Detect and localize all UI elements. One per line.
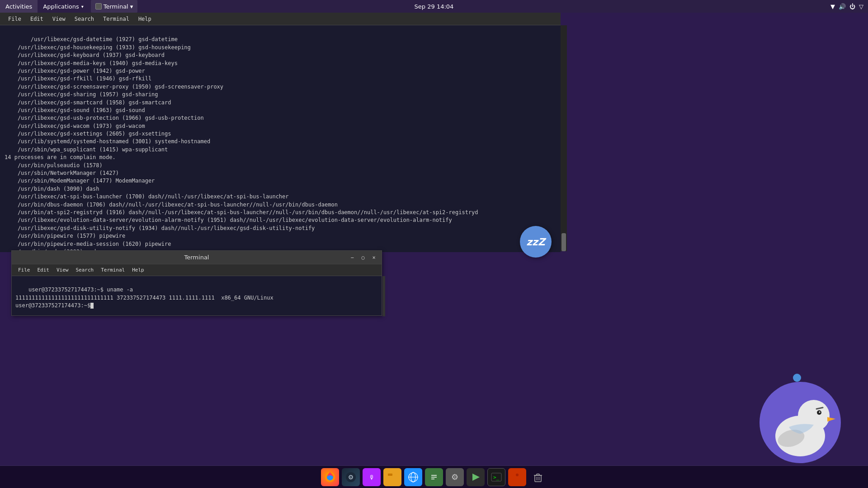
- main-menu-edit[interactable]: Edit: [26, 13, 48, 25]
- main-terminal-content: /usr/libexec/gsd-datetime (1927) gsd-dat…: [0, 25, 561, 252]
- second-terminal-text: user@372337527174473:~$ uname -a 1111111…: [15, 286, 274, 309]
- terminal-tab-arrow-icon: ▾: [130, 3, 133, 10]
- taskbar: ⚙ 🎙 ⚙: [0, 465, 868, 488]
- volume-icon: 🔊: [839, 3, 846, 10]
- svg-line-29: [520, 474, 522, 476]
- activities-button[interactable]: Activities: [0, 0, 38, 13]
- svg-text:⚙: ⚙: [451, 472, 458, 482]
- bug-icon[interactable]: [508, 468, 526, 486]
- topbar-datetime: Sep 29 14:04: [415, 3, 454, 10]
- second-terminal-inner-scrollbar[interactable]: [382, 276, 385, 316]
- applications-arrow-icon: ▾: [81, 4, 84, 9]
- svg-text:>_: >_: [493, 474, 500, 480]
- duck-mascot: [760, 382, 841, 463]
- svg-marker-24: [472, 474, 480, 481]
- podcast-icon[interactable]: 🎙: [363, 468, 381, 486]
- second-menu-help[interactable]: Help: [128, 264, 148, 276]
- power-icon: ⏻: [849, 3, 855, 10]
- wifi-icon: ▼: [830, 3, 835, 10]
- minimize-button[interactable]: −: [348, 253, 356, 262]
- second-menu-terminal[interactable]: Terminal: [97, 264, 128, 276]
- main-terminal-window: File Edit View Search Terminal Help /usr…: [0, 13, 561, 252]
- main-terminal-menubar: File Edit View Search Terminal Help: [0, 13, 561, 25]
- main-menu-search[interactable]: Search: [70, 13, 99, 25]
- second-menu-view[interactable]: View: [53, 264, 72, 276]
- app-store-icon[interactable]: [467, 468, 485, 486]
- restore-button[interactable]: ○: [359, 253, 367, 262]
- second-menu-edit[interactable]: Edit: [34, 264, 53, 276]
- main-terminal-scrollbar-thumb[interactable]: [561, 233, 566, 251]
- svg-point-3: [819, 412, 821, 413]
- svg-text:🎙: 🎙: [369, 474, 375, 481]
- files-icon[interactable]: [383, 468, 401, 486]
- second-terminal-title: Terminal: [184, 254, 209, 261]
- duck-svg: [764, 386, 836, 459]
- blue-dot-decoration: [793, 374, 801, 382]
- text-editor-icon[interactable]: [425, 468, 443, 486]
- zzz-label: zzZ: [526, 236, 545, 248]
- trash-icon[interactable]: [529, 468, 547, 486]
- applications-button[interactable]: Applications ▾: [38, 0, 89, 13]
- duck-circle: [760, 382, 841, 463]
- zzz-bubble: zzZ: [520, 226, 552, 258]
- svg-marker-5: [827, 417, 835, 422]
- close-button[interactable]: ×: [370, 253, 378, 262]
- svg-rect-14: [388, 474, 392, 476]
- main-menu-terminal[interactable]: Terminal: [99, 13, 134, 25]
- topbar-left: Activities Applications ▾ Terminal ▾: [0, 0, 137, 13]
- svg-text:⚙: ⚙: [348, 474, 354, 481]
- svg-line-32: [512, 479, 514, 481]
- topbar: Activities Applications ▾ Terminal ▾ Sep…: [0, 0, 868, 13]
- second-terminal-content: user@372337527174473:~$ uname -a 1111111…: [12, 276, 382, 320]
- firefox-icon[interactable]: [321, 468, 339, 486]
- main-menu-help[interactable]: Help: [134, 13, 156, 25]
- settings-gear-icon[interactable]: ⚙: [446, 468, 464, 486]
- terminal-tab-button[interactable]: Terminal ▾: [91, 0, 137, 13]
- second-menu-search[interactable]: Search: [72, 264, 98, 276]
- main-menu-view[interactable]: View: [48, 13, 70, 25]
- second-terminal-menubar: File Edit View Search Terminal Help: [12, 264, 382, 276]
- window-controls: − ○ ×: [348, 253, 378, 262]
- second-terminal-titlebar: Terminal − ○ ×: [12, 251, 382, 264]
- second-terminal-cursor: [90, 303, 94, 309]
- topbar-right: ▼ 🔊 ⏻ ▽: [830, 3, 868, 10]
- steam-icon[interactable]: ⚙: [342, 468, 360, 486]
- svg-line-33: [520, 479, 522, 481]
- main-menu-file[interactable]: File: [4, 13, 26, 25]
- main-terminal-scrollbar[interactable]: [561, 25, 567, 251]
- second-terminal-window: Terminal − ○ × File Edit View Search Ter…: [11, 250, 382, 316]
- main-terminal-text: /usr/libexec/gsd-datetime (1927) gsd-dat…: [5, 36, 478, 252]
- second-menu-file[interactable]: File: [14, 264, 34, 276]
- terminal-tab-icon: [95, 3, 102, 9]
- web-browser-icon[interactable]: [404, 468, 422, 486]
- svg-line-28: [512, 474, 514, 476]
- expand-icon: ▽: [859, 3, 863, 10]
- svg-point-35: [516, 474, 519, 476]
- terminal-taskbar-icon[interactable]: >_: [487, 468, 505, 486]
